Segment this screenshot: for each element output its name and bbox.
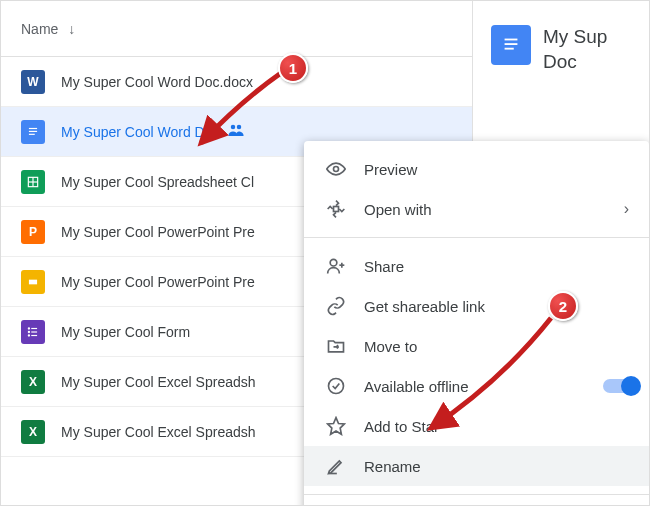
excel-file-icon: X: [21, 420, 45, 444]
column-header-row[interactable]: Name ↓: [1, 1, 472, 57]
svg-marker-24: [328, 418, 345, 435]
menu-rename[interactable]: Rename: [304, 446, 649, 486]
menu-label: Get shareable link: [364, 298, 629, 315]
gdoc-large-icon: [491, 25, 531, 65]
link-icon: [324, 294, 348, 318]
gform-file-icon: [21, 320, 45, 344]
menu-separator: [304, 237, 649, 238]
gsheet-file-icon: [21, 170, 45, 194]
menu-label: Share: [364, 258, 629, 275]
details-title: My Sup Doc: [543, 25, 607, 74]
menu-label: Open with: [364, 201, 624, 218]
gslides-file-icon: [21, 270, 45, 294]
star-icon: [324, 414, 348, 438]
menu-label: Available offline: [364, 378, 603, 395]
menu-available-offline[interactable]: Available offline: [304, 366, 649, 406]
word-file-icon: W: [21, 70, 45, 94]
menu-label: Preview: [364, 161, 629, 178]
callout-badge-2: 2: [548, 291, 578, 321]
excel-file-icon: X: [21, 370, 45, 394]
file-name: My Super Cool Excel Spreadsh: [61, 424, 256, 440]
svg-rect-17: [505, 48, 514, 50]
svg-point-12: [28, 327, 30, 329]
svg-rect-19: [334, 207, 339, 212]
file-name: My Super Cool PowerPoint Pre: [61, 224, 255, 240]
details-title-line: My Sup: [543, 25, 607, 50]
svg-point-3: [231, 124, 236, 129]
file-name: My Super Cool Excel Spreadsh: [61, 374, 256, 390]
file-name: My Super Cool PowerPoint Pre: [61, 274, 255, 290]
callout-badge-1: 1: [278, 53, 308, 83]
offline-icon: [324, 374, 348, 398]
svg-rect-0: [29, 127, 37, 128]
file-name: My Super Cool Word Doc: [61, 124, 219, 140]
sort-arrow-down-icon: ↓: [68, 21, 75, 37]
svg-rect-2: [29, 133, 35, 134]
move-to-icon: [324, 334, 348, 358]
gdoc-file-icon: [21, 120, 45, 144]
menu-open-with[interactable]: Open with ›: [304, 189, 649, 229]
details-title-line: Doc: [543, 50, 607, 75]
menu-preview[interactable]: Preview: [304, 149, 649, 189]
menu-move-to[interactable]: Move to: [304, 326, 649, 366]
offline-toggle[interactable]: [603, 379, 639, 393]
file-name: My Super Cool Spreadsheet Cl: [61, 174, 254, 190]
svg-rect-9: [31, 327, 37, 328]
svg-point-14: [28, 334, 30, 336]
menu-label: Add to Star: [364, 418, 629, 435]
menu-separator: [304, 494, 649, 495]
eye-icon: [324, 157, 348, 181]
svg-rect-1: [29, 130, 37, 131]
svg-point-4: [237, 124, 242, 129]
open-with-icon: [324, 197, 348, 221]
svg-point-18: [334, 167, 339, 172]
menu-get-link[interactable]: Get shareable link: [304, 286, 649, 326]
person-add-icon: [324, 254, 348, 278]
svg-rect-10: [31, 331, 37, 332]
file-row[interactable]: W My Super Cool Word Doc.docx: [1, 57, 472, 107]
menu-share[interactable]: Share: [304, 246, 649, 286]
powerpoint-file-icon: P: [21, 220, 45, 244]
menu-label: Move to: [364, 338, 629, 355]
svg-rect-8: [29, 279, 37, 284]
svg-rect-11: [31, 334, 37, 335]
svg-point-13: [28, 330, 30, 332]
svg-rect-16: [505, 43, 518, 45]
rename-icon: [324, 454, 348, 478]
svg-point-20: [330, 259, 337, 266]
name-column-header: Name: [21, 21, 58, 37]
menu-label: Rename: [364, 458, 629, 475]
details-pane: My Sup Doc: [491, 1, 650, 74]
context-menu: Preview Open with › Share Get shareable …: [304, 141, 649, 506]
svg-rect-15: [505, 39, 518, 41]
shared-icon: [227, 121, 245, 143]
chevron-right-icon: ›: [624, 200, 629, 218]
file-name: My Super Cool Form: [61, 324, 190, 340]
menu-add-to-star[interactable]: Add to Star: [304, 406, 649, 446]
svg-point-23: [329, 379, 344, 394]
file-name: My Super Cool Word Doc.docx: [61, 74, 253, 90]
